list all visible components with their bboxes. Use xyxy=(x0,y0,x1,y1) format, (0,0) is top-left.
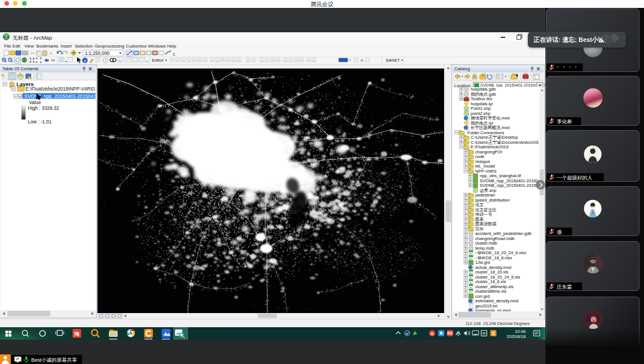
svg-text:High : 3329.32: High : 3329.32 xyxy=(28,105,59,111)
svg-text:✂: ✂ xyxy=(31,51,35,56)
svg-text:SVDNB_npp_20150401-20150430_: SVDNB_npp_20150401-20150430_ xyxy=(24,93,96,99)
svg-text:Low : -1.01: Low : -1.01 xyxy=(28,119,52,125)
svg-text:10:48: 10:48 xyxy=(515,329,526,334)
svg-text:中: 中 xyxy=(482,332,486,336)
svg-text:Value: Value xyxy=(29,100,41,105)
svg-text:BD: BD xyxy=(447,331,453,335)
svg-text:A: A xyxy=(360,58,364,63)
svg-text:Editor: Editor xyxy=(152,58,164,63)
svg-text:S: S xyxy=(492,331,495,336)
svg-text:✕: ✕ xyxy=(49,51,53,56)
svg-text:xy: xy xyxy=(118,59,122,62)
svg-text:G: G xyxy=(430,331,434,336)
svg-text:2020/8/18: 2020/8/18 xyxy=(506,334,526,339)
svg-text:SANET: SANET xyxy=(386,58,400,63)
svg-text:E:\FloatVehicle2019\NPP-VIIRS\: E:\FloatVehicle2019\NPP-VIIRS\ xyxy=(25,86,95,92)
svg-text:1:1,250,000: 1:1,250,000 xyxy=(85,51,110,56)
svg-text:淘: 淘 xyxy=(74,331,79,337)
